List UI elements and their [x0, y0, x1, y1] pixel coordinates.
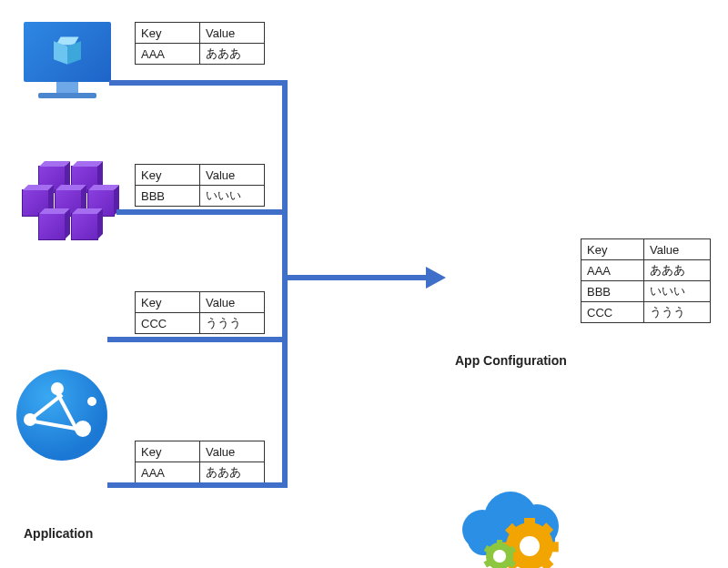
kv-table-3: KeyValue AAAあああ	[135, 441, 265, 483]
arrowhead-icon	[426, 267, 446, 289]
kv-table-1: KeyValue BBBいいい	[135, 164, 265, 207]
table-row: AAAあああ	[136, 462, 265, 483]
table-row: AAAあああ	[136, 44, 265, 65]
containers-icon	[11, 164, 118, 242]
gear-small-icon	[486, 543, 513, 568]
table-row: BBBいいい	[136, 186, 265, 207]
monitor-icon	[20, 22, 115, 109]
table-row: BBBいいい	[581, 281, 711, 302]
kv-table-0: KeyValue AAAあああ	[135, 22, 265, 65]
connector-arrow-shaft	[282, 275, 428, 280]
col-value: Value	[200, 23, 265, 44]
table-row: CCCううう	[136, 313, 265, 334]
table-row: AAAあああ	[581, 260, 711, 281]
col-key: Key	[136, 23, 200, 44]
cloud-icon	[455, 479, 564, 568]
appconfig-label: App Configuration	[455, 353, 567, 368]
connector	[107, 337, 288, 342]
connector-trunk	[282, 80, 288, 488]
connector	[116, 209, 288, 215]
connector	[109, 80, 135, 86]
connector	[107, 482, 288, 488]
connector	[133, 80, 288, 86]
table-row: CCCううう	[581, 302, 711, 323]
kv-table-2: KeyValue CCCううう	[135, 291, 265, 334]
webapp-icon	[16, 370, 107, 461]
application-label: Application	[24, 526, 93, 541]
cube-icon	[52, 36, 83, 67]
merged-kv-table: KeyValue AAAあああ BBBいいい CCCううう	[581, 238, 711, 323]
